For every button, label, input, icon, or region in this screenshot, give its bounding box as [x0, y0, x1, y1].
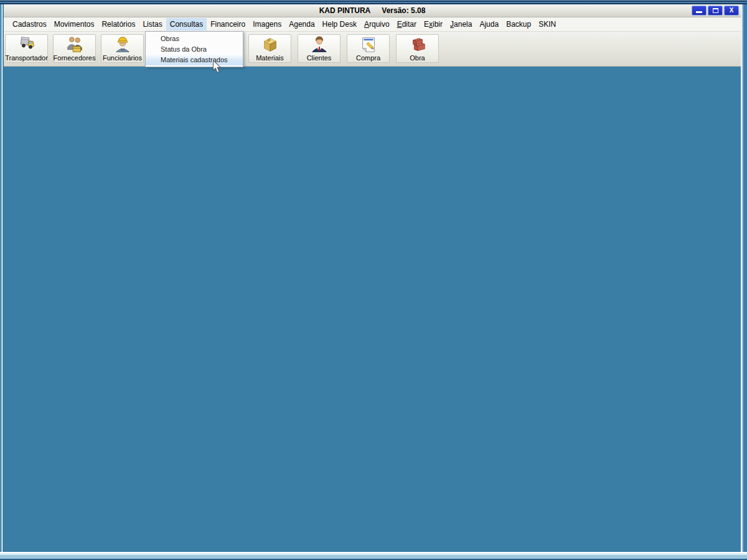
application-window: KAD PINTURA Versão: 5.08 X Cadastros Mov…: [0, 0, 747, 560]
menu-item-imagens[interactable]: Imagens: [249, 18, 285, 30]
menu-item-consultas[interactable]: Consultas: [166, 18, 207, 30]
toolbar-button-materiais[interactable]: Materiais: [248, 34, 291, 63]
toolbar-button-label: Obra: [410, 54, 425, 62]
toolbar-button-clientes[interactable]: Clientes: [298, 34, 341, 63]
toolbar-button-label: Clientes: [307, 54, 332, 62]
dropdown-item-status-da-obra[interactable]: Status da Obra: [146, 44, 243, 55]
titlebar: KAD PINTURA Versão: 5.08 X: [4, 4, 741, 17]
purchase-note-icon: [359, 35, 378, 54]
toolbar-button-obra[interactable]: Obra: [396, 34, 439, 63]
menu-item-listas[interactable]: Listas: [139, 18, 166, 30]
menu-item-cadastros[interactable]: Cadastros: [9, 18, 50, 30]
maximize-icon: [713, 8, 718, 13]
menu-item-exibir[interactable]: Exibir: [420, 18, 446, 30]
worker-icon: [113, 35, 132, 54]
menu-item-arquivo[interactable]: Arquivo: [360, 18, 393, 30]
truck-icon: [17, 35, 36, 54]
window-border-top: [0, 0, 747, 4]
dropdown-item-materiais-cadastrados[interactable]: Materiais cadastrados: [146, 55, 243, 65]
app-title: KAD PINTURA: [319, 6, 371, 15]
close-icon: X: [725, 7, 738, 14]
minimize-icon: [696, 11, 702, 13]
toolbar-button-label: Funcionários: [103, 54, 142, 62]
minimize-button[interactable]: [692, 6, 707, 16]
menu-item-janela[interactable]: Janela: [446, 18, 476, 30]
toolbar-button-label: Materiais: [256, 54, 284, 62]
toolbar-button-transportador[interactable]: Transportador: [5, 34, 48, 63]
suppliers-icon: [65, 35, 84, 54]
app-version: Versão: 5.08: [382, 6, 425, 15]
menu-item-relatorios[interactable]: Relatórios: [98, 18, 139, 30]
menu-item-help-desk[interactable]: Help Desk: [319, 18, 360, 30]
consultas-dropdown-menu: Obras Status da Obra Materiais cadastrad…: [145, 31, 243, 67]
menu-item-agenda[interactable]: Agenda: [285, 18, 318, 30]
window-title: KAD PINTURA Versão: 5.08: [319, 6, 426, 15]
toolbar-button-fornecedores[interactable]: Fornecedores: [53, 34, 96, 63]
bricks-icon: [408, 35, 427, 54]
toolbar: Transportador Fornecedores: [4, 32, 741, 67]
toolbar-button-funcionarios[interactable]: Funcionários: [101, 34, 144, 63]
close-button[interactable]: X: [724, 6, 739, 16]
menu-item-financeiro[interactable]: Financeiro: [207, 18, 249, 30]
window-border-right: [741, 4, 747, 560]
toolbar-button-label: Transportador: [5, 54, 48, 62]
package-icon: [261, 35, 280, 54]
menu-item-movimentos[interactable]: Movimentos: [50, 18, 98, 30]
toolbar-button-label: Compra: [356, 54, 380, 62]
toolbar-button-compra[interactable]: Compra: [347, 34, 390, 63]
client-icon: [310, 35, 329, 54]
maximize-button[interactable]: [708, 6, 723, 16]
menu-item-skin[interactable]: SKIN: [535, 18, 560, 30]
window-controls: X: [692, 6, 739, 16]
menu-item-backup[interactable]: Backup: [502, 18, 535, 30]
mdi-client-area: [4, 67, 741, 552]
menu-item-editar[interactable]: Editar: [393, 18, 420, 30]
window-border-bottom: [0, 552, 747, 560]
menu-bar: Cadastros Movimentos Relatórios Listas C…: [4, 17, 741, 32]
menu-item-ajuda[interactable]: Ajuda: [476, 18, 502, 30]
dropdown-item-obras[interactable]: Obras: [146, 34, 243, 44]
toolbar-button-label: Fornecedores: [54, 54, 96, 62]
